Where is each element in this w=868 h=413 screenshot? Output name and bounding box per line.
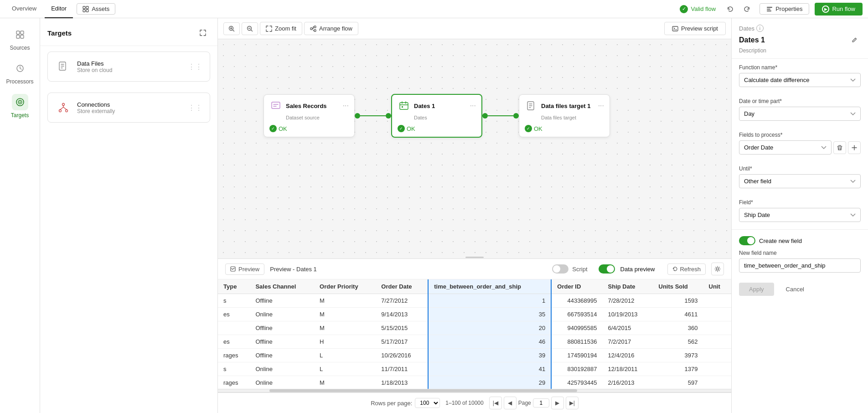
col-time-between[interactable]: time_between_order_and_ship (428, 279, 551, 294)
zoom-out-button[interactable] (242, 22, 258, 35)
dates1-status: ✓ OK (392, 122, 481, 137)
table-row: OfflineM5/15/2015209409955856/4/2015360 (218, 321, 731, 335)
arrange-flow-button[interactable]: Arrange flow (304, 22, 358, 35)
connections-sub: Store externally (77, 108, 182, 114)
table-cell: 3973 (653, 349, 703, 362)
apply-button[interactable]: Apply (739, 283, 774, 296)
col-sales-channel[interactable]: Sales Channel (250, 279, 314, 294)
zoom-in-icon (228, 26, 235, 32)
last-page-button[interactable]: ▶| (566, 397, 579, 409)
zoom-in-button[interactable] (223, 22, 240, 35)
data-files-target-menu[interactable]: ··· (598, 102, 604, 110)
connections-title: Connections (77, 101, 182, 108)
plus-icon (851, 145, 858, 151)
refresh-button[interactable]: Refresh (667, 263, 706, 275)
table-cell (703, 335, 731, 349)
date-part-select[interactable]: Day (739, 107, 861, 121)
connector-1 (355, 113, 391, 119)
sidebar-item-targets[interactable]: Targets (4, 89, 36, 123)
connections-card[interactable]: Connections Store externally ⋮⋮ (47, 93, 210, 123)
data-files-target-node[interactable]: Data files target 1 ··· Data files targe… (519, 94, 610, 137)
preview-tab-button[interactable]: Preview (225, 263, 264, 275)
resize-handle[interactable] (461, 256, 488, 258)
zoom-fit-button[interactable]: Zoom fit (260, 22, 302, 35)
undo-icon (727, 5, 734, 13)
dates1-menu[interactable]: ··· (470, 102, 476, 110)
table-cell: M (314, 294, 376, 308)
run-flow-button[interactable]: ▶ Run flow (815, 3, 863, 15)
flow-canvas[interactable]: Sales Records ··· Dataset source ✓ OK (218, 39, 731, 258)
sales-records-ok-icon: ✓ (269, 125, 277, 132)
edit-title-button[interactable] (848, 34, 861, 46)
description-label: Description (739, 47, 861, 54)
table-cell: 4611 (653, 308, 703, 321)
col-type[interactable]: Type (218, 279, 250, 294)
sales-records-node[interactable]: Sales Records ··· Dataset source ✓ OK (264, 94, 355, 137)
field-select[interactable]: Ship Date (739, 208, 861, 222)
preview-title: Preview - Dates 1 (270, 266, 317, 273)
undo-button[interactable] (723, 2, 738, 16)
col-unit[interactable]: Unit (703, 279, 731, 294)
valid-flow-badge: ✓ Valid flow (680, 5, 716, 13)
expand-targets-button[interactable] (196, 26, 210, 40)
table-cell: M (314, 321, 376, 335)
sales-records-menu[interactable]: ··· (343, 102, 349, 110)
fields-to-process-select[interactable]: Order Date (739, 140, 832, 155)
table-cell: s (218, 362, 250, 376)
preview-script-button[interactable]: Preview script (664, 22, 726, 35)
properties-button[interactable]: Properties (760, 3, 809, 15)
properties-icon (766, 6, 773, 12)
table-cell (703, 308, 731, 321)
tab-overview[interactable]: Overview (5, 0, 43, 18)
connections-drag-handle[interactable]: ⋮⋮ (188, 103, 202, 112)
tab-editor[interactable]: Editor (45, 0, 73, 18)
data-table-wrap[interactable]: Type Sales Channel Order Priority Order … (218, 279, 731, 389)
table-cell: 880811536 (551, 335, 602, 349)
col-units-sold[interactable]: Units Sold (653, 279, 703, 294)
targets-title: Targets (47, 29, 72, 37)
date-part-section: Date or time part* Day (732, 93, 868, 126)
rows-per-page: Rows per page: 100 50 25 (371, 398, 440, 408)
delete-field-button[interactable] (833, 141, 846, 154)
first-page-button[interactable]: |◀ (489, 397, 502, 409)
create-field-toggle[interactable] (739, 236, 755, 245)
data-preview-toggle[interactable] (599, 264, 615, 274)
table-cell: 425793445 (551, 376, 602, 389)
next-page-button[interactable]: ▶ (551, 397, 564, 409)
table-row: sOnlineL11/7/20114183019288712/18/201113… (218, 362, 731, 376)
dates1-sub: Dates (392, 115, 481, 122)
col-ship-date[interactable]: Ship Date (603, 279, 653, 294)
function-name-select[interactable]: Calculate date difference (739, 73, 861, 87)
redo-icon (743, 5, 750, 13)
table-cell: 1/18/2013 (376, 376, 428, 389)
svg-rect-6 (767, 10, 771, 11)
dates1-ok-icon: ✓ (398, 125, 405, 132)
table-cell: 12/4/2016 (603, 349, 653, 362)
new-field-name-input[interactable] (739, 258, 861, 273)
apply-cancel-row: Apply Cancel (732, 278, 868, 303)
redo-button[interactable] (739, 2, 754, 16)
table-cell (703, 376, 731, 389)
page-number-input[interactable] (533, 398, 549, 408)
prev-page-button[interactable]: ◀ (504, 397, 517, 409)
script-toggle[interactable] (552, 264, 568, 274)
cancel-button[interactable]: Cancel (779, 283, 811, 296)
col-order-date[interactable]: Order Date (376, 279, 428, 294)
table-cell: 360 (653, 321, 703, 335)
sales-records-status: ✓ OK (264, 122, 354, 137)
data-files-drag-handle[interactable]: ⋮⋮ (188, 62, 202, 71)
horizontal-scrollbar[interactable] (218, 389, 731, 392)
data-files-card[interactable]: Data Files Store on cloud ⋮⋮ (47, 52, 210, 82)
add-field-button[interactable] (848, 141, 861, 154)
sidebar-item-sources[interactable]: Sources (4, 22, 36, 56)
table-cell: Online (250, 308, 314, 321)
col-order-id[interactable]: Order ID (551, 279, 602, 294)
settings-button[interactable] (711, 263, 724, 275)
rows-per-page-select[interactable]: 100 50 25 (415, 398, 440, 408)
dates1-node[interactable]: Dates 1 ··· Dates ✓ OK (391, 94, 482, 138)
assets-button[interactable]: Assets (77, 3, 115, 15)
table-cell: M (314, 308, 376, 321)
until-select[interactable]: Other field (739, 174, 861, 188)
col-order-priority[interactable]: Order Priority (314, 279, 376, 294)
sidebar-item-processors[interactable]: Processors (4, 56, 36, 89)
